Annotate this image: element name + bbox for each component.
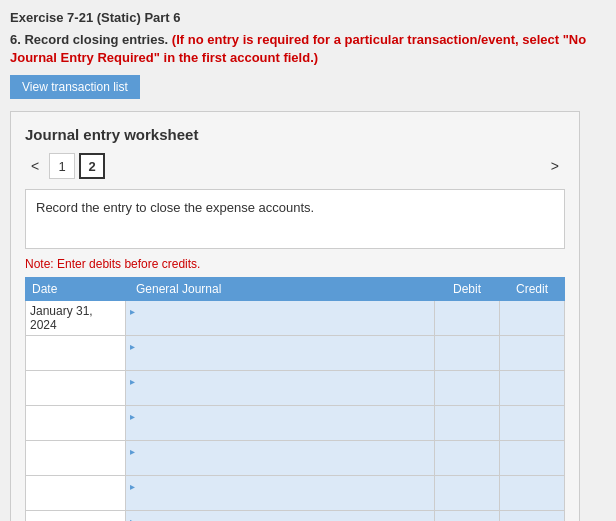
debit-input-1[interactable] bbox=[439, 346, 495, 360]
journal-input-1[interactable] bbox=[130, 353, 430, 367]
table-row-date-4 bbox=[26, 441, 126, 476]
page-2[interactable]: 2 bbox=[79, 153, 105, 179]
col-debit: Debit bbox=[435, 278, 500, 301]
table-row-journal-5[interactable] bbox=[126, 476, 435, 511]
credit-input-1[interactable] bbox=[504, 346, 560, 360]
credit-input-3[interactable] bbox=[504, 416, 560, 430]
description-box: Record the entry to close the expense ac… bbox=[25, 189, 565, 249]
pagination: < 1 2 > bbox=[25, 153, 565, 179]
journal-input-5[interactable] bbox=[130, 493, 430, 507]
page-title: Exercise 7-21 (Static) Part 6 bbox=[10, 10, 606, 25]
table-row-date-5 bbox=[26, 476, 126, 511]
table-row-credit-6[interactable] bbox=[500, 511, 565, 521]
table-row-debit-6[interactable] bbox=[435, 511, 500, 521]
next-arrow[interactable]: > bbox=[545, 156, 565, 176]
table-row-debit-0[interactable] bbox=[435, 301, 500, 336]
table-row-journal-3[interactable] bbox=[126, 406, 435, 441]
table-row-date-6 bbox=[26, 511, 126, 521]
table-row-date-3 bbox=[26, 406, 126, 441]
table-row-debit-2[interactable] bbox=[435, 371, 500, 406]
table-row-credit-0[interactable] bbox=[500, 301, 565, 336]
table-row-debit-5[interactable] bbox=[435, 476, 500, 511]
debit-input-4[interactable] bbox=[439, 451, 495, 465]
credit-input-4[interactable] bbox=[504, 451, 560, 465]
debit-input-2[interactable] bbox=[439, 381, 495, 395]
journal-input-4[interactable] bbox=[130, 458, 430, 472]
table-row-date-0: January 31, 2024 bbox=[26, 301, 126, 336]
view-transaction-button[interactable]: View transaction list bbox=[10, 75, 140, 99]
table-row-debit-4[interactable] bbox=[435, 441, 500, 476]
table-row-credit-1[interactable] bbox=[500, 336, 565, 371]
worksheet-container: Journal entry worksheet < 1 2 > Record t… bbox=[10, 111, 580, 521]
table-row-journal-0[interactable] bbox=[126, 301, 435, 336]
instruction-text: 6. Record closing entries. (If no entry … bbox=[10, 31, 606, 67]
debit-input-0[interactable] bbox=[439, 311, 495, 325]
table-row-journal-2[interactable] bbox=[126, 371, 435, 406]
journal-input-2[interactable] bbox=[130, 388, 430, 402]
table-row-journal-4[interactable] bbox=[126, 441, 435, 476]
debit-input-3[interactable] bbox=[439, 416, 495, 430]
credit-input-0[interactable] bbox=[504, 311, 560, 325]
credit-input-2[interactable] bbox=[504, 381, 560, 395]
page-1[interactable]: 1 bbox=[49, 153, 75, 179]
table-row-credit-2[interactable] bbox=[500, 371, 565, 406]
worksheet-title: Journal entry worksheet bbox=[25, 126, 565, 143]
table-row-credit-5[interactable] bbox=[500, 476, 565, 511]
col-credit: Credit bbox=[500, 278, 565, 301]
table-row-date-2 bbox=[26, 371, 126, 406]
credit-input-5[interactable] bbox=[504, 486, 560, 500]
table-row-debit-1[interactable] bbox=[435, 336, 500, 371]
debit-input-5[interactable] bbox=[439, 486, 495, 500]
journal-table: Date General Journal Debit Credit Januar… bbox=[25, 277, 565, 521]
table-row-date-1 bbox=[26, 336, 126, 371]
col-date: Date bbox=[26, 278, 126, 301]
table-row-journal-6[interactable] bbox=[126, 511, 435, 521]
note-text: Note: Enter debits before credits. bbox=[25, 257, 565, 271]
prev-arrow[interactable]: < bbox=[25, 156, 45, 176]
table-row-debit-3[interactable] bbox=[435, 406, 500, 441]
table-row-credit-4[interactable] bbox=[500, 441, 565, 476]
table-row-journal-1[interactable] bbox=[126, 336, 435, 371]
journal-input-0[interactable] bbox=[130, 318, 430, 332]
journal-input-3[interactable] bbox=[130, 423, 430, 437]
col-journal: General Journal bbox=[126, 278, 435, 301]
table-row-credit-3[interactable] bbox=[500, 406, 565, 441]
